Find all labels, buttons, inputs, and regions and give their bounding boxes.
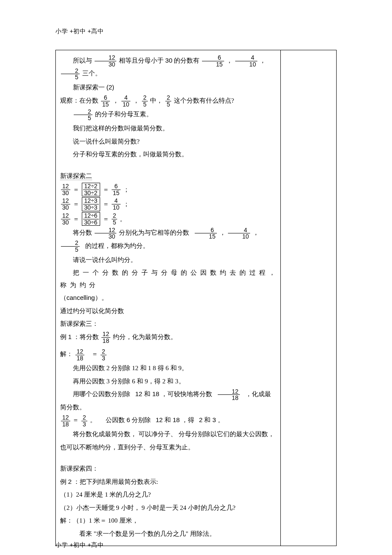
text: 中， [150,97,163,104]
equals: ＝ [103,198,109,210]
text: 的分数有 [174,57,199,64]
fraction-12-18: 1218 [61,414,70,427]
paragraph: 将分数 1230 分别化为与它相等的分数 615 ， 410 ， 25 的过程，… [60,227,276,253]
text: 所以与 [73,57,92,64]
content-table: 所以与 1230 相等且分母小于 30 的分数有 615 ， 410 ， 25 … [55,50,337,546]
numerator: 6 [195,227,217,234]
fraction-6-15: 615 [202,55,224,67]
number: 30 [165,57,173,64]
paragraph: 把 一 个 分 数 的 分 子 与 分 母 的 公 因 数 约 去 的 过 程 … [60,267,276,291]
numerator: 2 [74,109,92,115]
fraction: 1230 [61,198,70,210]
punct: 。 [218,417,224,423]
paragraph: 看来 "求一个数是另一个数的几分之几" 用除法。 [60,528,276,540]
numerator: 12 [61,213,70,219]
solution: 解： 1218 ＝ 23 [60,348,276,361]
text: 例 [60,478,66,485]
question-1: （1）24 厘米是 1 米的几分之几? [60,489,276,501]
denominator: 18 [75,355,85,362]
denominator: 5 [142,101,148,108]
equals: ＝ [92,350,98,357]
denominator: 30÷3 [83,204,99,211]
heading: 新课探索一 (2) [60,81,276,94]
text: 解： [60,351,73,357]
numerator: 2 [142,95,148,101]
text: ， [253,229,259,236]
denominator: 10 [235,61,257,68]
equals: ＝ [73,213,79,225]
number: (2) [107,83,114,91]
text: ，得 [182,417,194,423]
denominator: 18 [218,395,240,401]
text: 将分数 [73,229,92,236]
example-1: 例 1 ：将分数 1218 约分，化为最简分数。 [60,331,276,344]
paragraph: 通过约分可以化简分数 [60,305,276,317]
text: 分别除 [132,417,151,423]
text: （ [60,294,66,301]
numerator: 4 [235,55,257,61]
equation-2: 1230 ＝ 12÷330÷3 ＝ 410 ； [60,197,276,211]
denominator: 30 [61,190,70,196]
numerator: 12 [75,348,85,355]
fraction-2-3: 23 [101,348,107,361]
heading: 新课探索三： [60,318,276,330]
number: 1 [68,333,72,340]
text: ， [112,97,119,104]
numerator: 2 [165,95,171,101]
text: 新课探索二 [60,173,92,180]
text: 观察：在分数 [60,97,98,104]
number: 12 和 18 [156,416,180,423]
denominator: 5 [165,101,171,108]
empty-notes-cell [281,50,336,546]
denominator: 15 [112,190,121,196]
equals: ＝ [73,198,79,210]
equation-3: 1230 ＝ 12÷630÷6 ＝ 25 。 [60,212,276,226]
denominator: 18 [61,421,70,428]
fraction-12-30: 1230 [95,227,117,240]
paragraph: 25 的分子和分母互素。 [60,108,276,121]
numerator: 6 [101,95,110,101]
equals: ＝ [73,184,79,196]
fraction-12-30: 1230 [95,55,117,67]
text: 例 [60,334,66,340]
punct: 。 [120,213,126,225]
denominator: 30 [95,61,117,68]
numerator: 12 [101,331,111,338]
fraction-4-10: 410 [228,227,250,240]
fraction-boxed: 12÷630÷6 [83,213,99,225]
fraction-boxed: 12÷230÷2 [83,183,99,196]
fraction-12-18: 1218 [101,331,111,344]
number: 12 和 18 [135,390,159,397]
page-footer: 小学 +初中 +高中 [55,539,104,551]
paragraph: 先用公因数 2 分别除 12 和 1 8 得 6 和 9。 [60,362,276,374]
denominator: 30 [95,233,117,240]
fraction-boxed: 12÷330÷3 [83,198,99,210]
main-content-cell: 所以与 1230 相等且分母小于 30 的分数有 615 ， 410 ， 25 … [56,50,281,546]
paragraph: 说一说什么叫最简分数? [60,135,276,148]
denominator: 3 [81,421,87,428]
denominator: 30÷6 [83,219,99,226]
numerator: 12 [95,227,117,234]
numerator: 2 [112,213,118,219]
fraction-2-5: 25 [74,109,92,121]
fraction: 1230 [61,213,70,225]
heading: 新课探索四： [60,463,276,475]
fraction-4-10: 410 [235,55,257,67]
fraction: 25 [112,213,118,225]
denominator: 5 [74,115,92,121]
page-header: 小学 +初中 +高中 [55,26,392,37]
numerator: 12 [61,198,70,204]
numerator: 4 [121,95,131,101]
paragraph: 将分数化成最简分数， 可以净分子、 分母分别除以它们的最大公因数， [60,428,276,440]
text: 用哪个公因数分别除 [73,391,130,397]
paragraph: 所以与 1230 相等且分母小于 30 的分数有 615 ， 410 ， 25 … [60,55,276,81]
denominator: 15 [202,61,224,68]
denominator: 30 [61,204,70,211]
number: 6 [127,416,130,423]
numerator: 2 [101,348,107,355]
paragraph: 再用公因数 3 分别除 6 和 9，得 2 和 3。 [60,375,276,388]
fraction-2-5: 25 [165,95,171,107]
numerator: 2 [61,240,80,247]
numerator: 12÷2 [83,183,99,190]
denominator: 5 [61,74,80,81]
